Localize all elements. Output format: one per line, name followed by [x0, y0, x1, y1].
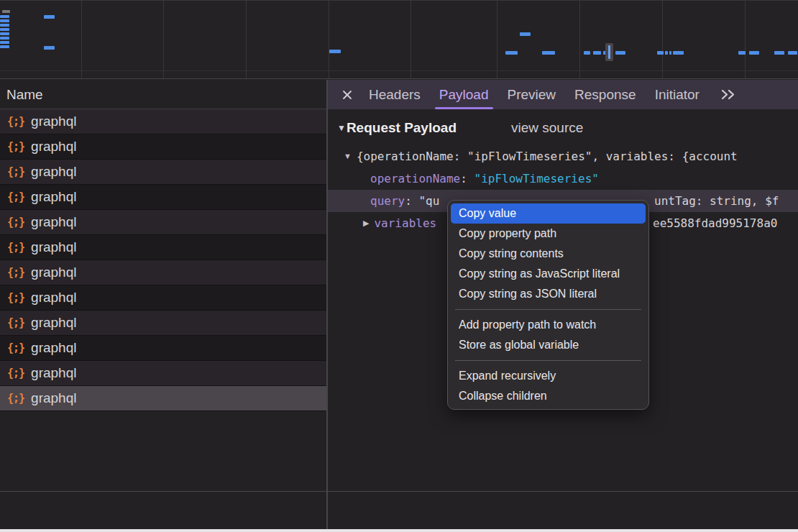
network-request-bar — [44, 46, 55, 50]
section-expand-arrow-icon[interactable]: ▼ — [337, 123, 346, 133]
json-resource-icon: {;} — [7, 392, 24, 405]
json-resource-icon: {;} — [7, 341, 24, 354]
request-list-item[interactable]: {;} graphql — [0, 210, 326, 235]
network-request-bar — [0, 28, 9, 31]
more-tabs-button[interactable] — [715, 80, 742, 109]
chevron-double-right-icon — [720, 89, 736, 100]
network-request-bar — [0, 24, 9, 27]
context-menu-item[interactable]: Copy string contents — [451, 244, 646, 264]
request-name: graphql — [31, 239, 76, 255]
network-request-bar — [520, 32, 531, 36]
request-name: graphql — [31, 189, 76, 205]
timeline-gridline — [579, 1, 580, 78]
detail-tab-bar: HeadersPayloadPreviewResponseInitiator — [328, 80, 798, 109]
network-overview-timeline[interactable] — [0, 1, 798, 79]
request-list-item[interactable]: {;} graphql — [0, 160, 326, 185]
request-list-item[interactable]: {;} graphql — [0, 260, 326, 285]
request-name: graphql — [31, 214, 76, 230]
network-request-bar — [615, 51, 625, 55]
network-request-bar — [2, 10, 10, 13]
json-resource-icon: {;} — [7, 316, 24, 329]
name-column-label: Name — [6, 87, 43, 102]
network-request-bar — [657, 51, 664, 55]
network-request-bar — [44, 15, 55, 19]
json-resource-icon: {;} — [7, 367, 24, 380]
network-request-bar — [788, 51, 797, 55]
timeline-gridline-horizontal — [0, 70, 798, 71]
network-request-bar — [0, 45, 9, 48]
context-menu-divider — [455, 309, 641, 310]
json-key: operationName — [370, 172, 460, 185]
request-name: graphql — [31, 315, 76, 331]
request-list-item[interactable]: {;} graphql — [0, 235, 326, 260]
request-list-item[interactable]: {;} graphql — [0, 386, 326, 411]
request-list-item[interactable]: {;} graphql — [0, 361, 326, 386]
network-request-bar — [669, 51, 671, 55]
payload-root-row[interactable]: ▼{operationName: "ipFlowTimeseries", var… — [328, 145, 798, 167]
json-resource-icon: {;} — [7, 115, 24, 128]
json-key: query — [370, 194, 405, 208]
request-payload-section-header: ▼Request Payload view source — [328, 117, 798, 139]
request-list: {;} graphql {;} graphql {;} graphql {;} … — [0, 109, 326, 532]
close-icon — [341, 89, 353, 101]
detail-tab[interactable]: Preview — [498, 80, 566, 109]
network-request-bar — [329, 50, 341, 53]
request-name: graphql — [31, 265, 76, 280]
detail-tab[interactable]: Headers — [359, 80, 430, 109]
detail-tab[interactable]: Payload — [430, 80, 498, 109]
variables-preview-right: ee5588fdad995178a0 — [653, 212, 777, 234]
network-request-bar — [0, 15, 9, 18]
selected-request-marker-line — [608, 45, 610, 59]
context-menu-item[interactable]: Copy string as JSON literal — [451, 284, 646, 304]
context-menu-item[interactable]: Collapse children — [451, 386, 646, 406]
context-menu-item[interactable]: Copy property path — [451, 224, 646, 244]
timeline-gridline — [81, 1, 82, 78]
devtools-network-panel: Name {;} graphql {;} graphql {;} graphql… — [0, 0, 798, 532]
json-resource-icon: {;} — [7, 241, 24, 254]
close-detail-button[interactable] — [335, 80, 359, 109]
name-column-header[interactable]: Name — [0, 80, 326, 109]
request-payload-title: Request Payload — [347, 120, 457, 136]
network-request-bar — [738, 51, 746, 55]
json-key: variables — [374, 216, 436, 230]
context-menu-item[interactable]: Add property path to watch — [451, 315, 646, 335]
json-resource-icon: {;} — [7, 216, 24, 229]
summary-divider-line — [0, 491, 798, 492]
payload-operation-name-row[interactable]: operationName: "ipFlowTimeseries" — [328, 168, 798, 189]
request-list-panel: Name {;} graphql {;} graphql {;} graphql… — [0, 80, 326, 532]
context-menu-item[interactable]: Copy value — [451, 203, 646, 224]
context-menu: Copy valueCopy property pathCopy string … — [447, 200, 649, 410]
timeline-gridline — [662, 1, 663, 78]
context-menu-divider — [455, 360, 641, 361]
timeline-gridline — [411, 1, 411, 78]
request-list-item[interactable]: {;} graphql — [0, 311, 326, 336]
context-menu-item[interactable]: Store as global variable — [451, 335, 646, 355]
json-string-value: "ipFlowTimeseries" — [474, 172, 599, 185]
collapsed-arrow-icon[interactable]: ▶ — [363, 219, 369, 228]
context-menu-item[interactable]: Copy string as JavaScript literal — [451, 264, 646, 284]
request-name: graphql — [31, 390, 76, 406]
context-menu-item[interactable]: Expand recursively — [451, 366, 646, 386]
key-separator: : — [405, 194, 418, 208]
request-list-item[interactable]: {;} graphql — [0, 285, 326, 311]
request-name: graphql — [31, 365, 76, 381]
expanded-arrow-icon[interactable]: ▼ — [344, 152, 352, 160]
json-string-value-left: "qu — [418, 194, 439, 208]
detail-tab[interactable]: Response — [565, 80, 646, 109]
json-resource-icon: {;} — [7, 191, 24, 203]
timeline-gridline — [497, 1, 497, 78]
network-request-bar — [542, 51, 555, 55]
request-list-item[interactable]: {;} graphql — [0, 336, 326, 361]
network-request-bar — [0, 37, 9, 40]
request-name: graphql — [31, 114, 76, 129]
network-request-bar — [584, 51, 590, 55]
json-resource-icon: {;} — [7, 165, 24, 178]
network-request-bar — [593, 51, 601, 55]
detail-tab[interactable]: Initiator — [646, 80, 709, 109]
timeline-gridline — [329, 1, 329, 78]
request-list-item[interactable]: {;} graphql — [0, 109, 326, 134]
json-resource-icon: {;} — [7, 266, 24, 279]
request-list-item[interactable]: {;} graphql — [0, 134, 326, 160]
view-source-link[interactable]: view source — [511, 120, 583, 136]
request-list-item[interactable]: {;} graphql — [0, 185, 326, 210]
